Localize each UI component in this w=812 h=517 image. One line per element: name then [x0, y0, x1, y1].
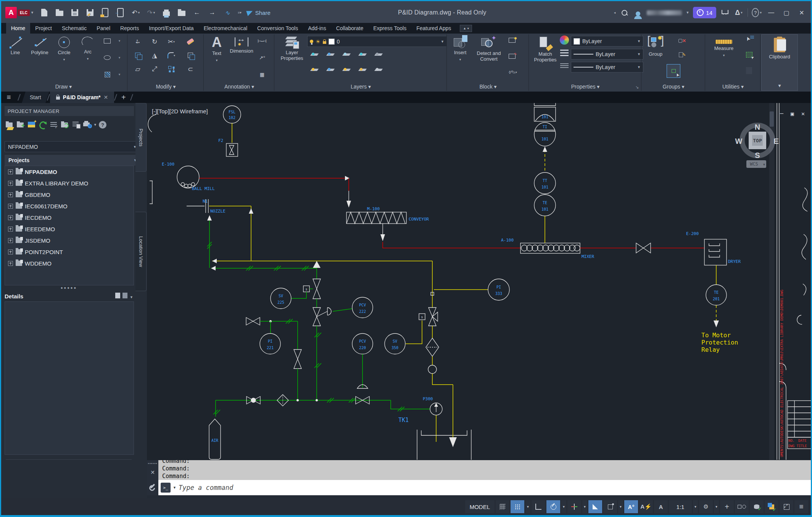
- tab-document-active[interactable]: P&ID Diagram* ✕: [50, 92, 114, 103]
- tree-item-ieeedemo[interactable]: IEEEDEMO: [5, 223, 134, 235]
- expand-icon[interactable]: [8, 261, 13, 266]
- table-icon[interactable]: ▦: [257, 70, 267, 79]
- hardware-acceleration-icon[interactable]: [750, 500, 764, 513]
- measure-button[interactable]: Measure ▾: [711, 40, 736, 58]
- group-selection-toggle[interactable]: [667, 64, 680, 78]
- panel-block-title[interactable]: Block ▾: [448, 84, 528, 90]
- grid-display-icon[interactable]: [496, 500, 509, 513]
- array-icon[interactable]: ▾: [165, 63, 178, 75]
- scale-caret-icon[interactable]: ▼: [693, 500, 698, 513]
- isodraft-caret-icon[interactable]: ▼: [582, 500, 587, 513]
- app-logo[interactable]: A ELC ▼: [5, 7, 34, 18]
- valve-solenoid-sv225[interactable]: s SV 225: [271, 279, 321, 309]
- tank-tk1[interactable]: TK1: [398, 385, 471, 460]
- expand-icon[interactable]: [8, 169, 13, 174]
- panel-groups-title[interactable]: Groups ▾: [642, 84, 705, 90]
- panel-clipboard[interactable]: Clipboard ▾: [761, 34, 798, 91]
- expand-icon[interactable]: [8, 181, 13, 186]
- command-prompt-icon[interactable]: >_: [161, 483, 171, 493]
- valve-pcv-220[interactable]: PCV 220: [352, 333, 373, 404]
- trim-icon[interactable]: ✂▾: [165, 36, 178, 47]
- object-snap-caret-icon[interactable]: ▼: [618, 500, 623, 513]
- instrument-pi-333[interactable]: PI 333: [434, 279, 509, 300]
- gear-caret-icon[interactable]: ▼: [714, 500, 719, 513]
- tab-conversion-tools[interactable]: Conversion Tools: [252, 23, 303, 34]
- group-button[interactable]: ✹ Group: [646, 37, 665, 57]
- store-cart-icon[interactable]: [720, 8, 730, 18]
- app-menu-caret-icon[interactable]: ▼: [31, 11, 34, 14]
- instrument-stack-101[interactable]: 101 TI 101 TT 101 TE 101: [534, 103, 556, 243]
- sheet-bracket-fragment[interactable]: [150, 181, 153, 204]
- layer-match-icon[interactable]: [374, 50, 383, 59]
- undo-button[interactable]: ↶▾: [131, 8, 141, 18]
- text-caret-icon[interactable]: ▾: [216, 58, 218, 63]
- hatch-button[interactable]: [102, 70, 112, 79]
- arc-caret-icon[interactable]: ▾: [87, 56, 89, 62]
- expand-icon[interactable]: [8, 215, 13, 220]
- tree-item-wddemo[interactable]: WDDEMO: [5, 258, 134, 269]
- rotate-icon[interactable]: ↻: [148, 36, 161, 47]
- polyline-button[interactable]: Polyline: [27, 37, 52, 55]
- user-avatar-icon[interactable]: [633, 8, 643, 18]
- minimize-button[interactable]: —: [765, 9, 777, 16]
- leader-icon[interactable]: ↗°: [257, 53, 267, 62]
- linetype-combo[interactable]: ByLayer ▼: [571, 62, 643, 72]
- share-button[interactable]: Share: [247, 10, 271, 16]
- move-icon[interactable]: ↔↔: [131, 36, 144, 47]
- plot-publish-button[interactable]: [82, 120, 92, 129]
- vessel-air[interactable]: AIR: [209, 419, 221, 459]
- tab-schematic[interactable]: Schematic: [57, 23, 92, 34]
- workspace-gear-icon[interactable]: ⚙: [699, 500, 713, 513]
- pipe-yellow-header[interactable]: [212, 259, 434, 308]
- measure-caret-icon[interactable]: ▾: [723, 53, 725, 58]
- edit-block-icon[interactable]: ✎: [508, 52, 518, 60]
- annotation-scale-value[interactable]: 1:1: [669, 500, 692, 513]
- polar-caret-icon[interactable]: ▼: [561, 500, 566, 513]
- command-tools-wrench-icon[interactable]: [147, 482, 158, 488]
- back-button[interactable]: ←: [192, 8, 202, 18]
- equipment-a100-mixer[interactable]: A-100 MIXER: [501, 238, 594, 259]
- viewcube-west[interactable]: W: [735, 137, 743, 145]
- insert-caret-icon[interactable]: ▾: [459, 57, 461, 63]
- new-drawing-plus-button[interactable]: +: [117, 92, 130, 103]
- tab-featured-apps[interactable]: Featured Apps: [411, 23, 456, 34]
- isolate-objects-icon[interactable]: [735, 500, 749, 513]
- scale-icon[interactable]: ⤢: [148, 63, 161, 75]
- isodraft-icon[interactable]: [567, 500, 581, 513]
- side-tab-location-view[interactable]: Location View: [135, 212, 147, 291]
- status-plus-icon[interactable]: +: [720, 500, 734, 513]
- layer-unlock2-icon[interactable]: [358, 66, 367, 74]
- stretch-icon[interactable]: ▱: [131, 63, 144, 75]
- layer-on2-icon[interactable]: [309, 66, 319, 74]
- annotation-scale-icon[interactable]: A: [654, 500, 668, 513]
- command-input-placeholder[interactable]: Type a command: [179, 484, 233, 491]
- rectangle-button[interactable]: [102, 37, 112, 45]
- sheet-set-button[interactable]: [177, 8, 187, 18]
- pid-drawing[interactable]: [-][Top][2D Wireframe] FSL 102 F2 E-100 …: [147, 103, 812, 460]
- equipment-e100-ball-mill[interactable]: E-100 BALL MILL: [162, 162, 215, 191]
- tab-import-export[interactable]: Import/Export Data: [144, 23, 199, 34]
- layer-select-combo[interactable]: ☀ 0 ▼: [307, 36, 447, 47]
- instrument-te-201[interactable]: TE 201: [706, 265, 727, 327]
- tree-item-extra-library-demo[interactable]: EXTRA LIBRARY DEMO: [5, 177, 134, 189]
- expand-icon[interactable]: [8, 204, 13, 209]
- panel-annotation-title[interactable]: Annotation ▾: [205, 84, 274, 90]
- linear-dimension-icon[interactable]: ⊢–⊣: [257, 37, 267, 45]
- scrollbar-thumb[interactable]: [770, 111, 774, 127]
- pm-help-icon[interactable]: ?: [99, 121, 106, 129]
- vp-minimize-icon[interactable]: —: [780, 110, 784, 117]
- layer-off-icon[interactable]: [309, 50, 319, 59]
- valve-solenoid-sv350[interactable]: s SV 350: [385, 308, 453, 385]
- redo-button[interactable]: ↷▾: [146, 8, 156, 18]
- command-recent-caret-icon[interactable]: ▼: [173, 486, 176, 490]
- help-icon[interactable]: ?▾: [752, 8, 762, 18]
- plot-publish-caret-icon[interactable]: ▼: [93, 123, 97, 127]
- expand-icon[interactable]: [8, 238, 13, 243]
- graphics-performance-icon[interactable]: [765, 500, 778, 513]
- maximize-button[interactable]: ▢: [781, 9, 792, 16]
- tree-item-gbdemo[interactable]: GBDEMO: [5, 189, 134, 200]
- pipe-green-manifold[interactable]: [213, 398, 391, 417]
- viewcube-east[interactable]: E: [773, 137, 778, 145]
- autodesk-logo-icon[interactable]: Δ▾: [734, 8, 744, 18]
- ungroup-icon[interactable]: ✕: [677, 37, 687, 45]
